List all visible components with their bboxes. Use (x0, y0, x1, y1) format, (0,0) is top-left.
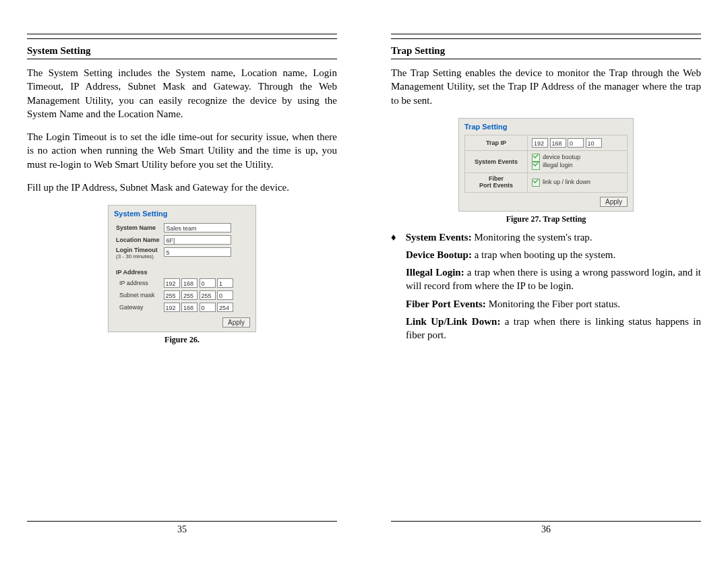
bottom-rule (27, 521, 337, 522)
trap-ip-octet[interactable]: 0 (568, 138, 584, 148)
label-login-timeout-sub: (3 - 30 minutes) (116, 253, 154, 259)
label-fiber2: Port Events (479, 182, 513, 189)
paragraph: Fill up the IP Address, Subnet Mask and … (27, 181, 337, 194)
bullet-link-updown: Link Up/Link Down: a trap when there is … (391, 315, 701, 342)
label-gateway: Gateway (114, 301, 162, 313)
trap-ip-octet[interactable]: 10 (586, 138, 602, 148)
label-subnet: Subnet mask (114, 289, 162, 301)
page-number: 35 (27, 524, 337, 535)
location-name-input[interactable]: 6F| (164, 235, 231, 245)
label-trap-ip: Trap IP (465, 135, 528, 150)
ip-octet[interactable]: 0 (200, 278, 216, 288)
figure-caption: Figure 26. (27, 335, 337, 345)
ip-octet[interactable]: 1 (217, 278, 233, 288)
bullet-fiber-port: Fiber Port Events: Monitoring the Fiber … (391, 297, 701, 311)
trap-ip-octet[interactable]: 192 (532, 138, 548, 148)
checkbox-label: illegal login (543, 162, 573, 168)
checkbox-label: link up / link down (543, 179, 590, 185)
label-ip-heading: IP Address (114, 268, 235, 277)
mask-octet[interactable]: 0 (217, 290, 233, 300)
label-system-name: System Name (114, 222, 162, 234)
panel-title: Trap Setting (464, 123, 628, 131)
checkbox-illegal-login[interactable] (532, 162, 540, 170)
paragraph: The Login Timeout is to set the idle tim… (27, 130, 337, 171)
ip-octet[interactable]: 192 (164, 278, 180, 288)
top-rule (27, 34, 337, 39)
system-setting-panel: System Setting System Name Sales team Lo… (108, 205, 256, 332)
section-heading: Trap Setting (391, 45, 445, 56)
gw-octet[interactable]: 254 (217, 303, 233, 312)
bullet-device-bootup: Device Bootup: a trap when booting up th… (391, 248, 701, 261)
diamond-icon: ♦ (391, 230, 403, 244)
system-name-input[interactable]: Sales team (164, 223, 231, 232)
trap-setting-panel: Trap Setting Trap IP 192 168 0 10 System… (458, 118, 634, 212)
mask-octet[interactable]: 255 (164, 290, 180, 300)
checkbox-label: device bootup (543, 154, 580, 160)
top-rule (391, 34, 701, 39)
label-fiber: Fiber (489, 175, 504, 182)
label-location-name: Location Name (114, 234, 162, 246)
gw-octet[interactable]: 168 (181, 303, 198, 312)
page-number: 36 (391, 524, 701, 535)
gw-octet[interactable]: 0 (200, 303, 216, 312)
ip-octet[interactable]: 168 (181, 278, 198, 288)
apply-button[interactable]: Apply (600, 197, 628, 207)
apply-button[interactable]: Apply (222, 317, 250, 327)
bullet-system-events: ♦ System Events: Monitoring the system's… (391, 230, 701, 244)
paragraph: The System Setting includes the System n… (27, 66, 337, 121)
page-left: System Setting The System Setting includ… (27, 34, 337, 562)
figure-caption: Figure 27. Trap Setting (391, 214, 701, 224)
section-heading: System Setting (27, 45, 91, 56)
trap-ip-octet[interactable]: 168 (550, 138, 566, 148)
panel-title: System Setting (114, 210, 250, 218)
login-timeout-input[interactable]: 5 (164, 247, 231, 257)
bullet-illegal-login: Illegal Login: a trap when there is usin… (391, 266, 701, 293)
checkbox-linkupdown[interactable] (532, 179, 540, 187)
mask-octet[interactable]: 255 (200, 290, 216, 300)
label-system-events: System Events (465, 150, 528, 173)
bottom-rule (391, 521, 701, 522)
paragraph: The Trap Setting enables the device to m… (391, 66, 701, 107)
label-login-timeout: Login Timeout (116, 247, 158, 253)
page-right: Trap Setting The Trap Setting enables th… (391, 34, 701, 562)
gw-octet[interactable]: 192 (164, 303, 180, 312)
mask-octet[interactable]: 255 (181, 290, 198, 300)
label-ip: IP address (114, 277, 162, 289)
